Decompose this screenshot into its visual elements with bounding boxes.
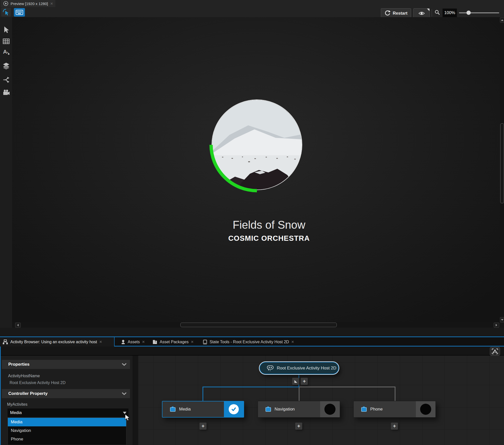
track-artist: COSMIC ORCHESTRA xyxy=(181,234,357,243)
kanzi-preview-window: Preview [1920 x 1280] ✕ Restart xyxy=(0,0,504,445)
node-root-exclusive-activity-host[interactable]: Root Exclusive Activity Host 2D xyxy=(259,362,339,374)
progress-arc xyxy=(209,97,305,193)
node-label: Phone xyxy=(370,407,383,412)
asset-packages-icon xyxy=(152,339,157,345)
preview-canvas[interactable]: Fields of Snow COSMIC ORCHESTRA xyxy=(12,17,500,322)
inactive-badge xyxy=(324,404,335,415)
add-activity-button-navigation[interactable]: + xyxy=(295,423,302,430)
restart-button[interactable]: Restart xyxy=(381,8,411,18)
section-title: Controller Property xyxy=(8,391,48,396)
property-label-myactivites: MyActivites xyxy=(7,402,27,407)
tab-assets[interactable]: Assets ✕ xyxy=(118,337,148,347)
check-icon xyxy=(230,406,237,413)
close-icon[interactable]: ✕ xyxy=(142,340,145,344)
close-icon[interactable]: ✕ xyxy=(50,2,53,6)
phone-state-indicator[interactable] xyxy=(416,401,435,417)
triangle-left-icon xyxy=(17,324,19,326)
dropdown-corner-indicator xyxy=(427,9,429,11)
close-icon[interactable]: ✕ xyxy=(191,340,194,344)
panel-gap xyxy=(0,328,504,336)
zoom-slider-thumb[interactable] xyxy=(466,11,471,15)
scroll-right-button[interactable] xyxy=(494,323,499,328)
virtual-keyboard-button[interactable] xyxy=(14,8,25,17)
root-node-label: Root Exclusive Activity Host 2D xyxy=(277,366,336,371)
wire-root-left xyxy=(203,387,299,387)
grid-list-tool-icon[interactable] xyxy=(3,38,10,44)
scroll-down-button[interactable] xyxy=(500,317,504,322)
activity-icon xyxy=(361,406,367,412)
preview-tab-title: Preview [1920 x 1280] xyxy=(11,2,48,6)
tab-preview[interactable]: Preview [1920 x 1280] ✕ xyxy=(1,0,55,7)
section-title: Properties xyxy=(8,362,29,367)
text-tool-icon[interactable]: A xyxy=(3,48,10,56)
inactive-badge xyxy=(420,404,431,415)
dropdown-option-media[interactable]: Media xyxy=(8,418,126,426)
click-emulation-tool-button[interactable] xyxy=(1,8,11,17)
node-navigation[interactable]: Navigation xyxy=(258,401,340,418)
scroll-left-button[interactable] xyxy=(15,323,21,328)
close-icon[interactable]: ✕ xyxy=(291,340,294,344)
tab-label: Asset Packages xyxy=(160,340,189,344)
navigation-state-indicator[interactable] xyxy=(320,401,340,417)
zoom-slider-track[interactable] xyxy=(459,12,499,13)
analyze-overdraw-button[interactable] xyxy=(413,8,430,18)
wire-navigation xyxy=(299,387,299,401)
restart-icon xyxy=(384,10,390,16)
property-label-activityhostname: ActivityHostName xyxy=(8,374,40,378)
layers-tool-icon[interactable] xyxy=(3,62,10,70)
activity-browser-toolbar xyxy=(1,347,504,356)
myactivites-dropdown-list: Media Navigation Phone xyxy=(8,418,126,445)
track-title: Fields of Snow xyxy=(181,219,357,231)
triangle-up-icon xyxy=(501,19,503,21)
active-check-badge xyxy=(229,404,239,414)
section-header-properties[interactable]: Properties xyxy=(2,360,130,369)
eye-icon xyxy=(418,11,425,16)
dropdown-option-phone[interactable]: Phone xyxy=(8,435,126,443)
add-activity-button-root[interactable]: + xyxy=(301,378,308,385)
tab-asset-packages[interactable]: Asset Packages ✕ xyxy=(150,337,197,347)
fit-graph-to-view-button[interactable] xyxy=(490,347,500,356)
keyboard-icon xyxy=(16,10,23,15)
click-cursor-icon xyxy=(3,9,10,16)
node-label: Navigation xyxy=(275,407,295,412)
zoom-level-value[interactable]: 100% xyxy=(443,9,457,17)
dropdown-option-navigation[interactable]: Navigation xyxy=(8,426,126,435)
bottom-tab-strip: Activity Browser: Using an exclusive act… xyxy=(0,337,504,347)
wire-phone xyxy=(395,387,395,401)
fit-to-view-icon xyxy=(492,348,498,354)
wire-media xyxy=(203,387,203,401)
wire-root-right xyxy=(299,387,395,387)
tab-label: Assets xyxy=(128,340,140,344)
activity-icon xyxy=(170,406,176,412)
camera-tool-icon[interactable] xyxy=(3,89,10,96)
activity-host-icon xyxy=(266,365,274,371)
activity-icon xyxy=(265,406,272,412)
scroll-up-button[interactable] xyxy=(500,17,504,23)
add-activity-button-media[interactable]: + xyxy=(199,423,207,430)
restart-label: Restart xyxy=(393,11,408,16)
pointer-tool-icon[interactable] xyxy=(3,26,9,33)
horizontal-scrollbar-thumb[interactable] xyxy=(180,323,337,327)
node-media[interactable]: Media xyxy=(162,401,244,418)
section-header-controller-property[interactable]: Controller Property xyxy=(2,389,130,398)
close-icon[interactable]: ✕ xyxy=(99,340,102,344)
vertical-scrollbar-thumb[interactable] xyxy=(500,123,504,203)
myactivites-dropdown[interactable]: Media xyxy=(8,408,128,417)
add-activity-button-phone[interactable]: + xyxy=(391,423,398,430)
media-state-indicator[interactable] xyxy=(224,401,244,417)
property-value-activityhostname[interactable]: Root Exclusive Activity Host 2D xyxy=(10,381,65,385)
assets-icon xyxy=(121,339,125,345)
dropdown-arrow-icon xyxy=(123,412,126,414)
play-circle-icon xyxy=(3,1,8,6)
mouse-cursor xyxy=(124,414,131,422)
triangle-icon xyxy=(294,380,297,383)
tab-activity-browser[interactable]: Activity Browser: Using an exclusive act… xyxy=(0,337,115,347)
toolbar-divider xyxy=(432,9,432,17)
panel-splitter[interactable] xyxy=(133,356,139,445)
node-phone[interactable]: Phone xyxy=(353,401,436,418)
collapse-children-button[interactable] xyxy=(292,378,299,385)
tab-state-tools[interactable]: State Tools - Root Exclusive Activity Ho… xyxy=(200,337,304,347)
zoom-magnifier-icon xyxy=(434,10,441,16)
tab-label: State Tools - Root Exclusive Activity Ho… xyxy=(210,340,289,344)
connections-tool-icon[interactable] xyxy=(3,76,10,83)
